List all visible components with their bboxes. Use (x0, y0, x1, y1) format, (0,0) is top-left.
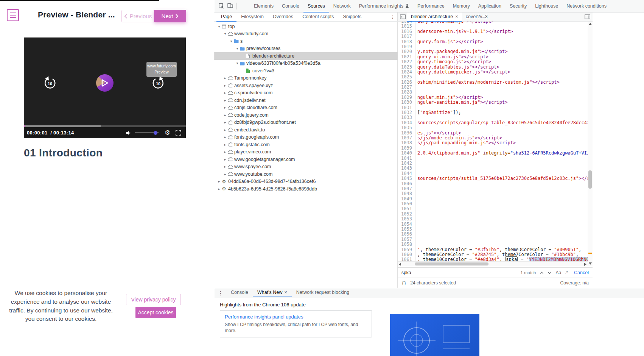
menu-button[interactable] (7, 9, 19, 21)
line-number[interactable]: 1054 (398, 222, 415, 227)
devtools-tab[interactable]: Performance insights (355, 0, 413, 12)
line-number[interactable]: 1021 (398, 55, 415, 59)
volume-icon[interactable] (125, 130, 131, 136)
line-number[interactable]: 1043 (398, 166, 415, 171)
scroll-down-icon[interactable] (589, 262, 592, 265)
devtools-tab[interactable]: Performance (413, 0, 449, 12)
line-number[interactable]: 1026 (398, 80, 415, 85)
line-number[interactable]: 1015 (398, 24, 415, 29)
tree-row[interactable]: ▸ www.spayee.com (214, 163, 398, 171)
tree-row[interactable]: ▸ c.sproutvideo.com (214, 89, 398, 97)
line-number[interactable]: 1034 (398, 120, 415, 125)
pretty-print-icon[interactable]: {} (401, 281, 406, 286)
chevron-down-icon[interactable]: ▾ (222, 32, 228, 36)
horizontal-scrollbar[interactable] (398, 261, 588, 266)
vertical-scroll-thumb[interactable] (588, 170, 592, 189)
chevron-right-icon[interactable]: ▸ (222, 91, 228, 95)
line-number[interactable]: 1050 (398, 201, 415, 206)
tree-row[interactable]: ▸ code.jquery.com (214, 111, 398, 119)
line-number[interactable]: 1020 (398, 49, 415, 54)
devtools-tab[interactable]: Lighthouse (531, 0, 562, 12)
tree-row[interactable]: ▸ ⚙ 04dd6a6a-00d6-463d-98d7-46afb136cef6 (214, 178, 398, 186)
match-case-button[interactable]: Aa (555, 270, 561, 275)
line-number[interactable]: 1040 (398, 151, 415, 156)
video-screen[interactable]: www.futurly.com Preview 10 (24, 37, 186, 125)
line-number[interactable]: 1055 (398, 227, 415, 232)
line-number[interactable]: 1027 (398, 85, 415, 90)
devtools-tab[interactable]: Sources (303, 0, 329, 12)
show-sidebar-icon[interactable] (585, 14, 590, 19)
editor-file-tab[interactable]: blender-architecture × (407, 12, 462, 22)
tree-row[interactable]: ▸ embed.tawk.to (214, 126, 398, 134)
line-number[interactable]: 1049 (398, 197, 415, 201)
chevron-right-icon[interactable]: ▸ (222, 150, 228, 154)
chevron-right-icon[interactable]: ▸ (222, 135, 228, 139)
play-button[interactable] (96, 74, 114, 92)
tree-row[interactable]: ▸ fonts.googleapis.com (214, 134, 398, 141)
regex-button[interactable]: .* (565, 270, 568, 275)
line-number[interactable]: 1048 (398, 191, 415, 196)
close-icon[interactable]: × (455, 15, 458, 19)
previous-button[interactable]: Previous (121, 10, 154, 22)
line-number[interactable]: 1039 (398, 146, 415, 151)
more-options-icon[interactable]: ⋮ (390, 14, 395, 20)
close-icon[interactable]: × (284, 290, 287, 294)
navigator-tab[interactable]: Overrides (268, 12, 298, 21)
chevron-right-icon[interactable]: ▸ (222, 143, 228, 147)
chevron-right-icon[interactable]: ▸ (222, 120, 228, 124)
line-number[interactable]: 1019 (398, 44, 415, 49)
line-number[interactable]: 1030 (398, 100, 415, 105)
line-number[interactable]: 1017 (398, 34, 415, 39)
cancel-button[interactable]: Cancel (574, 270, 589, 275)
tree-row[interactable]: ▸ player.vimeo.com (214, 148, 398, 156)
vertical-scrollbar[interactable] (588, 22, 593, 266)
chevron-right-icon[interactable]: ▸ (222, 106, 228, 109)
line-number[interactable]: 1044 (398, 171, 415, 176)
line-number[interactable]: 1023 (398, 65, 415, 70)
tree-row[interactable]: ▸ cdnjs.cloudflare.com (214, 104, 398, 112)
line-number[interactable]: 1025 (398, 75, 415, 80)
tree-row[interactable]: ▸ cdn.jsdelivr.net (214, 97, 398, 104)
line-number[interactable]: 1016 (398, 29, 415, 34)
line-number[interactable]: 1024 (398, 70, 415, 75)
inspect-element-icon[interactable] (219, 3, 224, 9)
tree-row[interactable]: ▸ www.googletagmanager.com (214, 156, 398, 163)
line-number[interactable]: 1046 (398, 181, 415, 186)
tree-row[interactable]: ▾ videos/6337f80fe4b05a534f0e3d5a (214, 60, 398, 67)
line-number[interactable]: 1058 (398, 242, 415, 247)
devtools-tab[interactable]: Security (506, 0, 531, 12)
devtools-tab[interactable]: Memory (449, 0, 474, 12)
tree-row[interactable]: ▸ dz8fbjd9gwp2s.cloudfront.net (214, 119, 398, 126)
line-number[interactable]: 1042 (398, 161, 415, 166)
chevron-right-icon[interactable]: ▸ (222, 165, 228, 169)
chevron-right-icon[interactable]: ▸ (222, 158, 228, 161)
scroll-up-icon[interactable] (589, 23, 592, 25)
search-input[interactable]: spka (401, 270, 520, 275)
line-number[interactable]: 1031 (398, 105, 415, 110)
chevron-right-icon[interactable]: ▸ (216, 187, 222, 191)
code-editor-area[interactable]: 1014 uery-2.0.3.min.js"></script> 1015 1… (398, 22, 588, 261)
hide-navigator-icon[interactable] (400, 14, 406, 19)
line-number[interactable]: 1035 (398, 125, 415, 130)
tree-row[interactable]: ▾ preview/courses (214, 45, 398, 53)
tree-row[interactable]: ▸ Tampermonkey (214, 75, 398, 82)
whats-new-thumbnail[interactable] (390, 314, 479, 356)
scroll-left-icon[interactable] (399, 263, 401, 266)
tree-row[interactable]: blender-architecture (214, 52, 398, 60)
devtools-tab[interactable]: Application (474, 0, 506, 12)
tree-row[interactable]: ▸ www.youtube.com (214, 170, 398, 178)
line-number[interactable]: 1061 (398, 257, 415, 261)
line-number[interactable]: 1028 (398, 90, 415, 95)
line-number[interactable]: 1057 (398, 237, 415, 242)
line-number[interactable]: 1045 (398, 176, 415, 181)
devtools-tab[interactable]: Network conditions (562, 0, 611, 12)
chevron-right-icon[interactable]: ▸ (222, 172, 228, 176)
device-toolbar-icon[interactable] (227, 3, 233, 8)
line-number[interactable]: 1037 (398, 136, 415, 141)
chevron-right-icon[interactable]: ▸ (222, 113, 228, 117)
chevron-down-icon[interactable]: ▾ (235, 47, 240, 50)
rewind-10-button[interactable]: 10 (43, 75, 57, 92)
chevron-down-icon[interactable]: ▾ (229, 39, 234, 43)
forward-10-button[interactable]: 10 (151, 75, 165, 92)
drawer-menu-icon[interactable]: ⋮ (218, 290, 223, 296)
